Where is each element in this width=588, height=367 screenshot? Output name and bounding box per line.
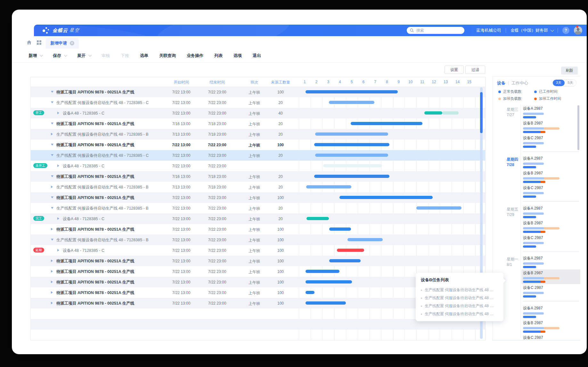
- table-row[interactable]: 待派工项目 APITION 9878 - 00251A 生产线7/16 13:0…: [31, 118, 486, 129]
- gantt-bar[interactable]: [351, 122, 422, 125]
- device-entry[interactable]: 设备A 2987: [523, 305, 580, 319]
- expand-arrow-icon[interactable]: [51, 281, 53, 283]
- expand-arrow-icon[interactable]: [57, 249, 59, 251]
- gantt-bar[interactable]: [329, 101, 374, 104]
- device-entry[interactable]: 设备C 2987: [523, 234, 580, 249]
- toolbar-item-3[interactable]: 展开: [77, 53, 91, 59]
- tab-close-icon[interactable]: ×: [70, 41, 74, 45]
- gantt-bar[interactable]: [416, 206, 461, 210]
- org-selector[interactable]: 金蝶（中国）财务部: [510, 28, 553, 33]
- gantt-bar[interactable]: [306, 90, 398, 93]
- table-row[interactable]: 生产线配置 伺服设备待启动生产线 48 - 7128385 - C7/22 13…: [31, 97, 486, 108]
- collapse-arrow-icon[interactable]: [51, 207, 53, 209]
- device-entry[interactable]: 设备C 2987: [523, 284, 580, 299]
- toolbar-item-8[interactable]: 业务操作: [187, 53, 203, 59]
- help-button[interactable]: ?: [562, 27, 569, 34]
- sidebar-scrollbar-thumb[interactable]: [577, 105, 579, 150]
- device-entry[interactable]: 设备A 2987: [523, 205, 580, 219]
- table-row[interactable]: 延期设备A 48 - 7128385 - C7/22 13:007/22 23:…: [31, 245, 486, 256]
- device-entry[interactable]: 设备B 2987: [523, 319, 580, 334]
- table-row[interactable]: 生产线配置 伺服设备待启动生产线 48 - 7128385 - C7/22 13…: [31, 150, 486, 161]
- refresh-button[interactable]: 刷新: [561, 67, 578, 75]
- table-row[interactable]: 生产线配置 伺服设备待启动生产线 48 - 7128385 - B7/13 13…: [31, 129, 486, 140]
- tab-new-request[interactable]: 新增申请 ×: [46, 38, 79, 49]
- table-row[interactable]: 生产线配置 伺服设备待启动生产线 48 - 7128385 - B7/13 13…: [31, 182, 486, 192]
- gantt-bar[interactable]: [339, 196, 433, 199]
- expand-arrow-icon[interactable]: [51, 302, 53, 304]
- collapse-arrow-icon[interactable]: [51, 175, 53, 177]
- device-entry[interactable]: 设备B 2987: [523, 219, 580, 234]
- scrollbar-thumb[interactable]: [480, 92, 483, 133]
- gantt-bar[interactable]: [329, 227, 351, 231]
- expand-arrow-icon[interactable]: [51, 270, 53, 273]
- device-entry[interactable]: 设备C 2987: [523, 334, 580, 340]
- device-entry[interactable]: 设备B 2987: [521, 269, 580, 284]
- expand-arrow-icon[interactable]: [51, 133, 53, 135]
- toolbar-item-1[interactable]: 新增: [29, 53, 42, 59]
- gantt-bar[interactable]: [323, 164, 382, 167]
- gantt-bar[interactable]: [315, 132, 388, 136]
- app-logo[interactable]: 金蝶云 星空: [42, 26, 80, 35]
- gantt-bar[interactable]: [306, 185, 351, 188]
- table-row[interactable]: 开工设备A 48 - 7128385 - C7/22 13:007/22 23:…: [31, 108, 486, 118]
- toolbar-item-10[interactable]: 选项: [233, 53, 242, 59]
- expand-arrow-icon[interactable]: [51, 228, 53, 230]
- day-label[interactable]: 星期四7/28: [507, 157, 519, 168]
- toolbar-item-11[interactable]: 退出: [253, 53, 261, 59]
- tab-device[interactable]: 设备: [497, 80, 505, 86]
- table-row[interactable]: 待派工项目 APITION 9878 - 00251A 生产线7/22 13:0…: [31, 140, 486, 150]
- device-entry[interactable]: 设备C 2987: [523, 134, 580, 149]
- gantt-bar[interactable]: [306, 270, 339, 273]
- gantt-bar[interactable]: [329, 259, 361, 262]
- expand-arrow-icon[interactable]: [57, 164, 59, 167]
- table-row[interactable]: 生产线配置 伺服设备待启动生产线 48 - 7128385 - B7/22 13…: [31, 235, 486, 245]
- tab-workcenter[interactable]: 工作中心: [511, 80, 528, 86]
- apps-grid-icon[interactable]: [37, 40, 41, 45]
- toggle-3天[interactable]: 3天: [553, 80, 564, 86]
- day-label[interactable]: 星期五7/29: [507, 207, 519, 218]
- device-entry[interactable]: 设备A 2987: [523, 105, 580, 120]
- toolbar-item-2[interactable]: 保存: [53, 53, 66, 59]
- collapse-arrow-icon[interactable]: [51, 154, 53, 156]
- table-row[interactable]: 待派工项目 APITION 9878 - 00251A 生产线7/22 13:0…: [31, 256, 486, 266]
- expand-arrow-icon[interactable]: [51, 291, 53, 294]
- gantt-bar[interactable]: [315, 154, 388, 157]
- table-row[interactable]: 待派工项目 APITION 9878 - 00251A 生产线7/22 13:0…: [31, 87, 486, 97]
- filter-button[interactable]: 过滤: [465, 66, 485, 74]
- gantt-bar[interactable]: [442, 111, 459, 115]
- table-row[interactable]: 待派工项目 APITION 9878 - 00251A 生产线7/16 13:0…: [31, 171, 486, 182]
- table-row[interactable]: 待派工项目 APITION 9878 - 00251A 生产线7/22 13:0…: [31, 224, 486, 235]
- table-row[interactable]: 未开工设备A 48 - 7128385 - C7/22 13:007/22 23…: [31, 161, 486, 171]
- gantt-bar[interactable]: [306, 301, 346, 305]
- global-search[interactable]: [407, 27, 464, 34]
- gantt-bar[interactable]: [347, 238, 383, 241]
- gantt-bar[interactable]: [306, 291, 314, 294]
- day-label[interactable]: 星期一8/1: [507, 257, 519, 267]
- device-entry[interactable]: 设备A 2987: [523, 155, 580, 170]
- collapse-arrow-icon[interactable]: [51, 101, 53, 103]
- expand-arrow-icon[interactable]: [51, 186, 53, 188]
- expand-arrow-icon[interactable]: [57, 112, 59, 114]
- day-range-toggle[interactable]: 3天5天: [552, 79, 576, 86]
- settings-button[interactable]: 设置: [445, 66, 464, 74]
- gantt-bar[interactable]: [314, 143, 389, 146]
- toolbar-item-7[interactable]: 关联查询: [159, 53, 176, 59]
- gantt-bar[interactable]: [337, 249, 364, 252]
- table-row[interactable]: 待派工项目 APITION 9878 - 00251A 生产线7/22 13:0…: [31, 192, 486, 203]
- gantt-bar[interactable]: [306, 217, 329, 220]
- table-row[interactable]: 完工设备A 48 - 7128385 - C7/22 13:007/22 23:…: [31, 213, 486, 224]
- table-row[interactable]: 生产线配置 伺服设备待启动生产线 48 - 7128385 - B7/22 13…: [31, 203, 486, 213]
- expand-arrow-icon[interactable]: [51, 259, 53, 262]
- collapse-arrow-icon[interactable]: [51, 91, 53, 93]
- device-entry[interactable]: 设备A 2987: [523, 255, 580, 269]
- collapse-arrow-icon[interactable]: [51, 144, 53, 146]
- gantt-bar[interactable]: [306, 280, 352, 283]
- search-input[interactable]: [416, 28, 461, 33]
- toggle-5天[interactable]: 5天: [565, 80, 576, 86]
- gantt-bar[interactable]: [314, 175, 389, 178]
- collapse-arrow-icon[interactable]: [51, 239, 53, 241]
- device-entry[interactable]: 设备B 2987: [523, 170, 580, 184]
- collapse-arrow-icon[interactable]: [51, 196, 53, 198]
- toolbar-item-6[interactable]: 选单: [140, 53, 148, 59]
- expand-arrow-icon[interactable]: [57, 217, 59, 220]
